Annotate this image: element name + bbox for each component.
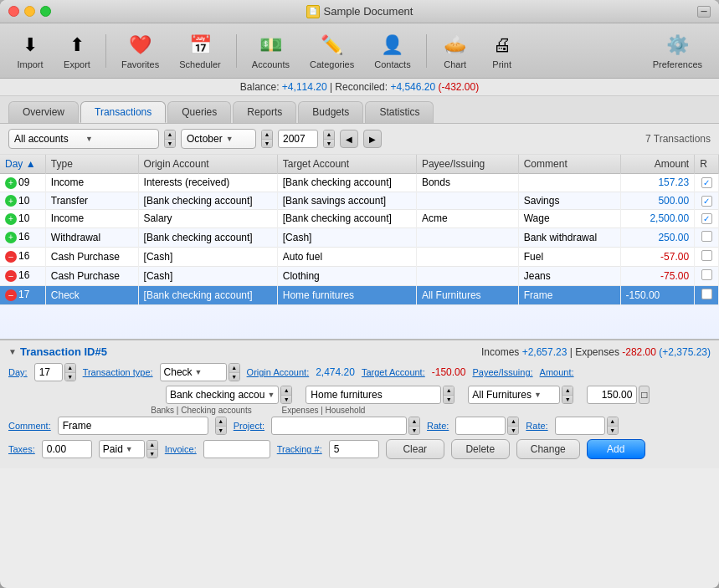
collapse-triangle[interactable]: ▼ (8, 347, 17, 356)
taxes-input[interactable] (42, 440, 92, 458)
col-comment[interactable]: Comment (518, 155, 620, 174)
month-select[interactable]: October ▼ (181, 129, 256, 149)
col-day[interactable]: Day ▲ (0, 155, 45, 174)
prev-month-button[interactable]: ◀ (340, 130, 358, 148)
print-button[interactable]: 🖨 Print (480, 28, 524, 73)
col-origin[interactable]: Origin Account (138, 155, 277, 174)
accounts-button[interactable]: 💵 Accounts (244, 28, 298, 73)
day-stepper[interactable]: ▲ ▼ (64, 363, 76, 381)
clear-button[interactable]: Clear (386, 439, 444, 459)
status-stepper[interactable]: ▲ ▼ (146, 440, 158, 458)
comment-stepper-down[interactable]: ▼ (216, 427, 226, 435)
col-payee[interactable]: Payee/Issuing (416, 155, 518, 174)
tx-type-select[interactable]: Check ▼ (160, 363, 227, 381)
table-row[interactable]: –16 Cash Purchase [Cash] Auto fuel Fuel … (0, 247, 719, 266)
tx-type-stepper-down[interactable]: ▼ (229, 373, 239, 381)
year-stepper-down[interactable]: ▼ (324, 140, 334, 148)
year-stepper-up[interactable]: ▲ (324, 130, 334, 140)
tx-type-stepper-up[interactable]: ▲ (229, 364, 239, 373)
rate-input-2[interactable] (555, 417, 605, 435)
origin-stepper-down[interactable]: ▼ (281, 396, 291, 404)
tab-budgets[interactable]: Budgets (298, 101, 363, 123)
col-amount[interactable]: Amount (620, 155, 695, 174)
reconcile-check[interactable] (701, 177, 712, 188)
day-input[interactable] (34, 363, 63, 381)
project-input[interactable] (271, 417, 407, 435)
reconcile-check[interactable] (701, 213, 712, 224)
tx-type-stepper[interactable]: ▲ ▼ (229, 363, 240, 381)
table-row[interactable]: +10 Transfer [Bank checking account] [Ba… (0, 192, 719, 210)
tab-transactions[interactable]: Transactions (80, 101, 166, 123)
rate-stepper-2-up[interactable]: ▲ (608, 417, 618, 427)
payee-stepper-up[interactable]: ▲ (562, 386, 573, 396)
year-input[interactable]: 2007 (278, 130, 318, 148)
scheduler-button[interactable]: 📅 Scheduler (171, 28, 229, 73)
rate-stepper-1[interactable]: ▲ ▼ (507, 417, 519, 435)
comment-stepper-up[interactable]: ▲ (216, 417, 226, 427)
zoom-button[interactable] (40, 6, 51, 17)
table-row[interactable]: –17 Check [Bank checking account] Home f… (0, 285, 719, 304)
col-reconciled[interactable]: R (695, 155, 719, 174)
minimize-button[interactable] (24, 6, 35, 17)
next-month-button[interactable]: ▶ (363, 130, 382, 148)
comment-stepper[interactable]: ▲ ▼ (215, 417, 227, 435)
account-stepper-down[interactable]: ▼ (165, 140, 175, 148)
reconcile-check[interactable] (701, 250, 712, 261)
change-button[interactable]: Change (516, 439, 580, 459)
day-stepper-up[interactable]: ▲ (65, 364, 75, 373)
close-button[interactable] (8, 6, 19, 17)
payee-stepper-down[interactable]: ▼ (562, 396, 573, 404)
tab-overview[interactable]: Overview (8, 101, 79, 123)
rate-input-1[interactable] (455, 417, 506, 435)
rate-stepper-2-down[interactable]: ▼ (608, 427, 618, 435)
reconcile-check[interactable] (701, 231, 712, 242)
reconcile-checkbox[interactable]: □ (639, 386, 650, 404)
tab-reports[interactable]: Reports (233, 101, 296, 123)
target-stepper-up[interactable]: ▲ (444, 386, 454, 396)
rate-stepper-2[interactable]: ▲ ▼ (607, 417, 619, 435)
amount-input[interactable] (587, 386, 637, 404)
resize-button[interactable]: ─ (697, 6, 711, 18)
target-account-input[interactable] (306, 386, 441, 404)
day-stepper-down[interactable]: ▼ (65, 373, 75, 381)
reconcile-check[interactable] (701, 269, 712, 280)
month-stepper-down[interactable]: ▼ (262, 140, 272, 148)
invoice-input[interactable] (203, 440, 270, 458)
origin-stepper-up[interactable]: ▲ (281, 386, 291, 396)
account-stepper-up[interactable]: ▲ (165, 130, 175, 140)
delete-button[interactable]: Delete (451, 439, 510, 459)
contacts-button[interactable]: 👤 Contacts (366, 28, 419, 73)
col-target[interactable]: Target Account (277, 155, 416, 174)
payee-stepper[interactable]: ▲ ▼ (562, 386, 573, 404)
preferences-button[interactable]: ⚙️ Preferences (645, 28, 711, 73)
export-button[interactable]: ⬆ Export (55, 28, 99, 73)
tracking-input[interactable] (329, 440, 379, 458)
reconcile-check[interactable] (701, 196, 712, 207)
categories-button[interactable]: ✏️ Categories (301, 28, 362, 73)
target-account-stepper[interactable]: ▲ ▼ (443, 386, 455, 404)
import-button[interactable]: ⬇ Import (8, 28, 52, 73)
origin-account-stepper[interactable]: ▲ ▼ (280, 386, 292, 404)
comment-input[interactable] (58, 417, 208, 435)
status-stepper-up[interactable]: ▲ (147, 441, 157, 450)
account-stepper[interactable]: ▲ ▼ (164, 130, 176, 148)
tab-queries[interactable]: Queries (167, 101, 231, 123)
month-stepper-up[interactable]: ▲ (262, 130, 272, 140)
origin-account-select[interactable]: Bank checking accou ▼ (166, 386, 279, 404)
payee-select[interactable]: All Furnitures ▼ (468, 386, 560, 404)
table-row[interactable]: +10 Income Salary [Bank checking account… (0, 210, 719, 228)
tab-statistics[interactable]: Statistics (365, 101, 434, 123)
status-select[interactable]: Paid ▼ (99, 440, 145, 458)
project-stepper[interactable]: ▲ ▼ (408, 417, 420, 435)
month-stepper[interactable]: ▲ ▼ (261, 130, 273, 148)
table-row[interactable]: –16 Cash Purchase [Cash] Clothing Jeans … (0, 266, 719, 285)
project-stepper-up[interactable]: ▲ (409, 417, 419, 427)
status-stepper-down[interactable]: ▼ (147, 450, 157, 458)
project-stepper-down[interactable]: ▼ (409, 427, 419, 435)
table-row[interactable]: +16 Withdrawal [Bank checking account] [… (0, 228, 719, 247)
reconcile-check[interactable] (701, 289, 712, 299)
col-type[interactable]: Type (45, 155, 138, 174)
favorites-button[interactable]: ❤️ Favorites (113, 28, 167, 73)
target-stepper-down[interactable]: ▼ (444, 396, 454, 404)
chart-button[interactable]: 🥧 Chart (434, 28, 477, 73)
